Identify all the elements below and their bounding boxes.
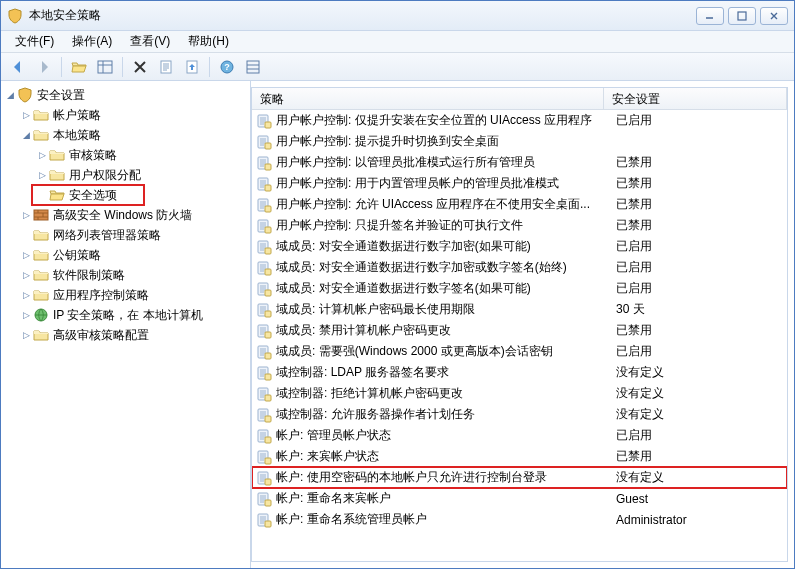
tree-root-node[interactable]: ◢ 安全设置 [1, 85, 250, 105]
policy-icon [256, 302, 272, 318]
policy-icon [256, 323, 272, 339]
policy-name: 域成员: 对安全通道数据进行数字加密或数字签名(始终) [276, 259, 616, 276]
policy-name: 帐户: 重命名来宾帐户 [276, 490, 616, 507]
close-button[interactable] [760, 7, 788, 25]
policy-row[interactable]: 域成员: 对安全通道数据进行数字加密或数字签名(始终) 已启用 [252, 257, 787, 278]
tree-item[interactable]: ▷ 用户权限分配 [1, 165, 250, 185]
policy-row[interactable]: 用户帐户控制: 提示提升时切换到安全桌面 [252, 131, 787, 152]
maximize-button[interactable] [728, 7, 756, 25]
policy-name: 帐户: 来宾帐户状态 [276, 448, 616, 465]
policy-row[interactable]: 域控制器: 允许服务器操作者计划任务 没有定义 [252, 404, 787, 425]
content-body: ◢ 安全设置 ▷ 帐户策略 ◢ 本地策略 ▷ 审核策略 ▷ 用户权限分配 安全选… [1, 81, 794, 568]
policy-row[interactable]: 域成员: 禁用计算机帐户密码更改 已禁用 [252, 320, 787, 341]
svg-rect-10 [738, 12, 746, 20]
tree-item-label: 高级审核策略配置 [53, 327, 149, 344]
column-policy[interactable]: 策略 [252, 88, 604, 109]
policy-row[interactable]: 用户帐户控制: 以管理员批准模式运行所有管理员 已禁用 [252, 152, 787, 173]
tree-item-label: 应用程序控制策略 [53, 287, 149, 304]
tree-pane[interactable]: ◢ 安全设置 ▷ 帐户策略 ◢ 本地策略 ▷ 审核策略 ▷ 用户权限分配 安全选… [1, 81, 251, 568]
policy-icon [256, 512, 272, 528]
policy-icon [256, 155, 272, 171]
tree-item[interactable]: ▷ 高级审核策略配置 [1, 325, 250, 345]
chevron-right-icon[interactable]: ▷ [35, 148, 49, 162]
policy-row[interactable]: 域成员: 对安全通道数据进行数字签名(如果可能) 已启用 [252, 278, 787, 299]
chevron-right-icon[interactable]: ▷ [19, 328, 33, 342]
policy-icon [256, 239, 272, 255]
menubar: 文件(F) 操作(A) 查看(V) 帮助(H) [1, 31, 794, 53]
ip-icon [33, 307, 49, 323]
back-button[interactable] [7, 56, 29, 78]
tree-item-label: 安全选项 [69, 187, 117, 204]
policy-row[interactable]: 帐户: 来宾帐户状态 已禁用 [252, 446, 787, 467]
chevron-right-icon[interactable]: ▷ [19, 268, 33, 282]
menu-file[interactable]: 文件(F) [7, 31, 62, 52]
chevron-right-icon[interactable]: ▷ [19, 288, 33, 302]
folder-icon [49, 147, 65, 163]
policy-row[interactable]: 用户帐户控制: 只提升签名并验证的可执行文件 已禁用 [252, 215, 787, 236]
tree-item[interactable]: 网络列表管理器策略 [1, 225, 250, 245]
tree-item[interactable]: ◢ 本地策略 [1, 125, 250, 145]
list-body[interactable]: 用户帐户控制: 仅提升安装在安全位置的 UIAccess 应用程序 已启用 用户… [252, 110, 787, 561]
policy-name: 用户帐户控制: 提示提升时切换到安全桌面 [276, 133, 616, 150]
policy-row[interactable]: 域成员: 对安全通道数据进行数字加密(如果可能) 已启用 [252, 236, 787, 257]
chevron-right-icon[interactable]: ▷ [35, 168, 49, 182]
properties-button[interactable] [155, 56, 177, 78]
window-controls [696, 7, 788, 25]
folder-icon [49, 167, 65, 183]
delete-button[interactable] [129, 56, 151, 78]
chevron-right-icon[interactable]: ▷ [19, 108, 33, 122]
policy-icon [256, 428, 272, 444]
list-button[interactable] [242, 56, 264, 78]
tree-item[interactable]: 安全选项 [1, 185, 250, 205]
column-setting[interactable]: 安全设置 [604, 88, 787, 109]
policy-row[interactable]: 域成员: 计算机帐户密码最长使用期限 30 天 [252, 299, 787, 320]
chevron-right-icon[interactable]: ▷ [19, 308, 33, 322]
policy-setting: 没有定义 [616, 364, 783, 381]
window: 本地安全策略 文件(F) 操作(A) 查看(V) 帮助(H) ◢ 安全设置 [0, 0, 795, 569]
policy-row[interactable]: 帐户: 使用空密码的本地帐户只允许进行控制台登录 没有定义 [252, 467, 787, 488]
policy-row[interactable]: 域控制器: LDAP 服务器签名要求 没有定义 [252, 362, 787, 383]
tree-item[interactable]: ▷ 应用程序控制策略 [1, 285, 250, 305]
tree-item[interactable]: ▷ IP 安全策略，在 本地计算机 [1, 305, 250, 325]
folder-icon [33, 327, 49, 343]
help-button[interactable] [216, 56, 238, 78]
policy-setting: 已启用 [616, 343, 783, 360]
policy-row[interactable]: 域控制器: 拒绝计算机帐户密码更改 没有定义 [252, 383, 787, 404]
chevron-down-icon[interactable]: ◢ [3, 88, 17, 102]
tree-item[interactable]: ▷ 帐户策略 [1, 105, 250, 125]
policy-icon [256, 491, 272, 507]
chevron-right-icon[interactable]: ▷ [19, 248, 33, 262]
policy-row[interactable]: 用户帐户控制: 仅提升安装在安全位置的 UIAccess 应用程序 已启用 [252, 110, 787, 131]
policy-row[interactable]: 域成员: 需要强(Windows 2000 或更高版本)会话密钥 已启用 [252, 341, 787, 362]
policy-row[interactable]: 帐户: 管理员帐户状态 已启用 [252, 425, 787, 446]
folder-icon [33, 247, 49, 263]
policy-icon [256, 134, 272, 150]
menu-action[interactable]: 操作(A) [64, 31, 120, 52]
chevron-right-icon[interactable]: ▷ [19, 208, 33, 222]
menu-help[interactable]: 帮助(H) [180, 31, 237, 52]
toolbar [1, 53, 794, 81]
up-button[interactable] [68, 56, 90, 78]
minimize-button[interactable] [696, 7, 724, 25]
policy-row[interactable]: 用户帐户控制: 用于内置管理员帐户的管理员批准模式 已禁用 [252, 173, 787, 194]
window-title: 本地安全策略 [29, 7, 696, 24]
menu-view[interactable]: 查看(V) [122, 31, 178, 52]
titlebar: 本地安全策略 [1, 1, 794, 31]
policy-setting: 没有定义 [616, 385, 783, 402]
policy-setting: 已禁用 [616, 448, 783, 465]
policy-row[interactable]: 帐户: 重命名来宾帐户 Guest [252, 488, 787, 509]
policy-row[interactable]: 帐户: 重命名系统管理员帐户 Administrator [252, 509, 787, 530]
export-button[interactable] [181, 56, 203, 78]
policy-setting: 已启用 [616, 112, 783, 129]
tree-item[interactable]: ▷ 审核策略 [1, 145, 250, 165]
chevron-down-icon[interactable]: ◢ [19, 128, 33, 142]
panes-button[interactable] [94, 56, 116, 78]
policy-row[interactable]: 用户帐户控制: 允许 UIAccess 应用程序在不使用安全桌面... 已禁用 [252, 194, 787, 215]
policy-name: 域成员: 对安全通道数据进行数字签名(如果可能) [276, 280, 616, 297]
tree-item[interactable]: ▷ 高级安全 Windows 防火墙 [1, 205, 250, 225]
shield-icon [17, 87, 33, 103]
forward-button[interactable] [33, 56, 55, 78]
policy-icon [256, 176, 272, 192]
tree-item[interactable]: ▷ 软件限制策略 [1, 265, 250, 285]
tree-item[interactable]: ▷ 公钥策略 [1, 245, 250, 265]
